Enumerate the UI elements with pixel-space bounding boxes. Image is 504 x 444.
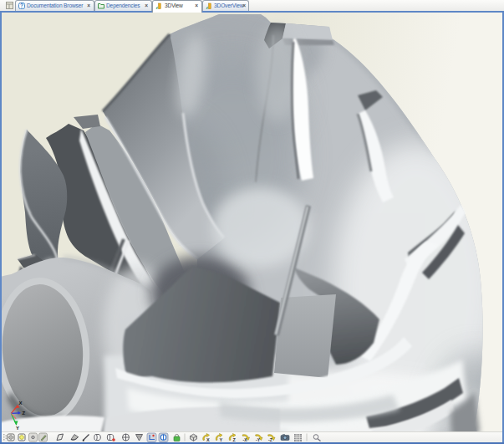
svg-text:Z: Z bbox=[233, 437, 237, 442]
svg-text:Y: Y bbox=[220, 437, 223, 442]
svg-text:X: X bbox=[206, 437, 210, 442]
svg-text:Y: Y bbox=[16, 426, 19, 431]
svg-text:Z: Z bbox=[23, 411, 26, 416]
svg-text:?: ? bbox=[20, 3, 23, 8]
svg-text:X: X bbox=[19, 401, 23, 406]
